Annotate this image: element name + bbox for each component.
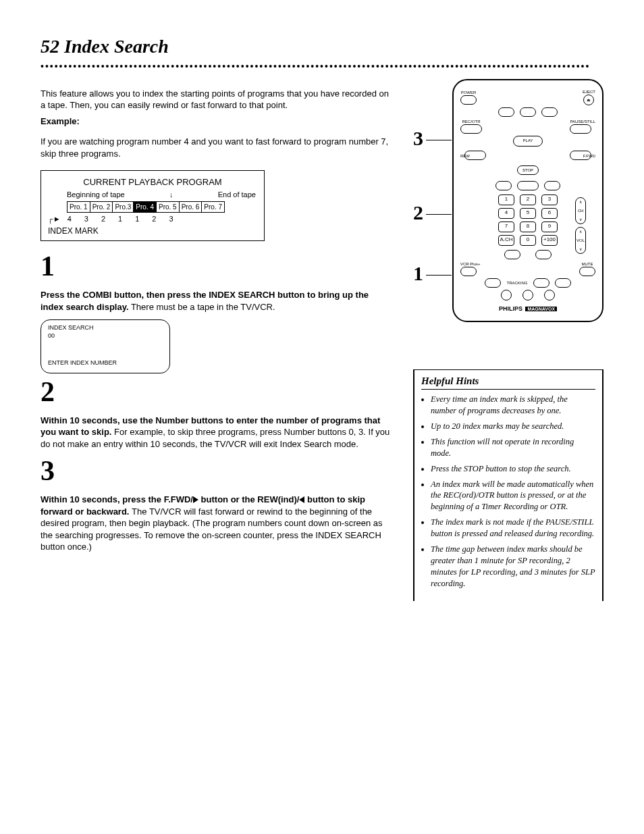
vcrplus-button[interactable] xyxy=(460,267,477,276)
playback-cell: Pro.3 xyxy=(113,201,134,213)
step-3-bold-a: Within 10 seconds, press the F.FWD/ xyxy=(41,494,193,504)
label-tracking: TRACKING xyxy=(506,280,527,286)
playback-num: 3 xyxy=(169,214,173,224)
number-key[interactable]: 2 xyxy=(520,194,536,205)
step-2-number: 2 xyxy=(41,377,393,406)
hint-item: The index mark is not made if the PAUSE/… xyxy=(431,517,595,540)
beginning-label: Beginning of tape xyxy=(67,190,125,200)
end-label: End of tape xyxy=(218,190,256,200)
index-arrow-icon: ┌► xyxy=(48,214,61,224)
label-play: PLAY xyxy=(523,138,533,143)
number-key[interactable]: 0 xyxy=(520,235,536,246)
playback-cell: Pro. 2 xyxy=(90,201,113,213)
memory-button[interactable] xyxy=(541,107,558,117)
mute-button[interactable] xyxy=(579,267,595,276)
hints-title: Helpful Hints xyxy=(421,374,595,390)
example-text: If you are watching program number 4 and… xyxy=(41,136,393,159)
page-number: 52 xyxy=(41,36,59,57)
number-key[interactable]: 8 xyxy=(520,221,536,232)
ffwd-icon xyxy=(193,496,198,503)
example-label: Example: xyxy=(41,115,393,128)
step-3-bold-b: button or the REW(ind)/ xyxy=(198,494,299,504)
index-search-button[interactable] xyxy=(544,290,555,301)
step-3-number: 3 xyxy=(41,457,393,485)
playback-cell: Pro. 5 xyxy=(156,201,179,213)
playback-num: 1 xyxy=(118,214,122,224)
step-3-text: Within 10 seconds, press the F.FWD/ butt… xyxy=(41,494,393,553)
playback-cell: Pro. 7 xyxy=(202,201,225,213)
osd-line-2: 00 xyxy=(48,332,163,340)
number-key[interactable]: 7 xyxy=(498,221,514,232)
rec-button[interactable] xyxy=(460,124,482,134)
clear-button[interactable] xyxy=(544,181,560,190)
hints-list: Every time an index mark is skipped, the… xyxy=(421,394,595,589)
page-title: 52 Index Search xyxy=(41,34,603,59)
playback-num: 2 xyxy=(152,214,156,224)
number-key[interactable]: 4 xyxy=(498,208,514,219)
label-mute: MUTE xyxy=(579,261,595,267)
playback-num: 1 xyxy=(135,214,139,224)
helpful-hints: Helpful Hints Every time an index mark i… xyxy=(413,369,603,601)
label-rew: REW xyxy=(460,153,470,159)
speed-button[interactable] xyxy=(520,107,536,117)
label-power: POWER xyxy=(460,90,477,95)
step-1-number: 1 xyxy=(41,252,393,280)
power-button[interactable] xyxy=(460,95,477,105)
osd-line-1: INDEX SEARCH xyxy=(48,324,163,332)
number-key[interactable]: +100 xyxy=(541,235,558,246)
tracking-down-button[interactable] xyxy=(485,278,501,288)
smart-picture-button[interactable] xyxy=(501,290,512,301)
label-ffwd: F.FWD xyxy=(583,153,595,159)
number-key[interactable]: 6 xyxy=(541,208,558,219)
label-rec: REC/OTR xyxy=(460,119,482,124)
status-exit-button[interactable] xyxy=(517,181,539,190)
playback-numbers: 4321123 xyxy=(61,214,173,224)
hint-item: Up to 20 index marks may be searched. xyxy=(431,421,595,432)
menu-button[interactable] xyxy=(495,181,512,190)
playback-num: 3 xyxy=(84,214,88,224)
number-key[interactable]: 5 xyxy=(520,208,536,219)
pause-button[interactable] xyxy=(570,124,591,134)
number-key[interactable]: 1 xyxy=(498,194,514,205)
number-key[interactable]: 3 xyxy=(541,194,558,205)
callout-3: 3 xyxy=(413,125,452,153)
dotted-divider: ••••••••••••••••••••••••••••••••••••••••… xyxy=(41,61,603,74)
sub-button[interactable] xyxy=(535,250,552,259)
index-mark-label: INDEX MARK xyxy=(48,226,257,236)
label-eject: EJECT xyxy=(583,89,595,95)
playback-table: Pro. 1Pro. 2Pro.3Pro. 4Pro. 5Pro. 6Pro. … xyxy=(67,201,225,213)
vol-rocker[interactable]: ∧VOL∨ xyxy=(575,227,586,254)
hint-item: Every time an index mark is skipped, the… xyxy=(431,394,595,417)
page-title-text: Index Search xyxy=(64,36,169,57)
arrow-down-icon: ↓ xyxy=(169,190,173,200)
step-2-text: Within 10 seconds, use the Number button… xyxy=(41,415,393,450)
combi-button[interactable] xyxy=(504,250,520,259)
playback-cell: Pro. 4 xyxy=(134,201,157,213)
number-key[interactable]: A.CH xyxy=(498,235,514,246)
label-pause: PAUSE/STILL xyxy=(570,119,595,124)
number-key[interactable]: 9 xyxy=(541,221,558,232)
skip-search-button[interactable] xyxy=(522,290,533,301)
step-1-text: Press the COMBI button, then press the I… xyxy=(41,289,393,313)
tracking-up-button[interactable] xyxy=(533,278,549,288)
hint-item: This function will not operate in record… xyxy=(431,436,595,459)
hint-item: Press the STOP button to stop the search… xyxy=(431,463,595,475)
hint-item: An index mark will be made automatically… xyxy=(431,479,595,513)
sleep-button[interactable] xyxy=(498,107,514,117)
callout-1: 1 xyxy=(413,260,452,288)
playback-cell: Pro. 1 xyxy=(68,201,90,213)
playback-num: 2 xyxy=(101,214,105,224)
ch-rocker[interactable]: ∧CH∨ xyxy=(575,197,586,224)
remote-diagram: 3 2 1 POWER EJECT ⏏ xyxy=(413,79,603,322)
step-1-rest: There must be a tape in the TV/VCR. xyxy=(129,302,275,312)
callout-2: 2 xyxy=(413,199,452,227)
osd-display: INDEX SEARCH 00 ENTER INDEX NUMBER xyxy=(41,319,170,373)
hint-item: The time gap between index marks should … xyxy=(431,544,595,590)
playback-num: 4 xyxy=(68,214,72,224)
eject-button[interactable]: ⏏ xyxy=(583,95,594,105)
osd-line-3: ENTER INDEX NUMBER xyxy=(48,359,163,367)
slow-button[interactable] xyxy=(555,278,571,288)
playback-cell: Pro. 6 xyxy=(179,201,202,213)
playback-diagram: CURRENT PLAYBACK PROGRAM Beginning of ta… xyxy=(41,170,265,241)
brand-label: PHILIPS MAGNAVOX xyxy=(460,305,595,313)
